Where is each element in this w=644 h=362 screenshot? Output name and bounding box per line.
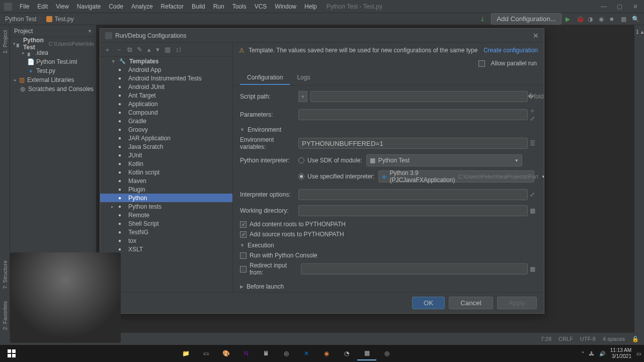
- template-item-testng[interactable]: ●TestNG: [100, 228, 232, 236]
- expand-icon[interactable]: ▸: [111, 204, 118, 209]
- browse-icon[interactable]: ▦: [528, 265, 537, 273]
- template-item-android-instrumented-tests[interactable]: ●Android Instrumented Tests: [100, 74, 232, 82]
- template-item-python[interactable]: ●Python: [100, 194, 232, 202]
- redirect-input-checkbox[interactable]: [240, 266, 247, 273]
- maximize-icon[interactable]: ▢: [617, 3, 624, 10]
- taskbar-chrome2-icon[interactable]: ◎: [377, 346, 396, 360]
- tree-external-libs[interactable]: ▸ ▥ External Libraries: [10, 75, 96, 84]
- template-item-tox[interactable]: ●tox: [100, 236, 232, 245]
- python-console-checkbox[interactable]: [240, 252, 247, 259]
- tray-volume-icon[interactable]: 🔊: [599, 351, 605, 356]
- remove-config-icon[interactable]: －: [116, 45, 122, 54]
- redirect-input-field[interactable]: [301, 263, 528, 275]
- taskbar-explorer-icon[interactable]: 📁: [176, 346, 195, 360]
- menu-window[interactable]: Window: [271, 2, 300, 12]
- template-item-kotlin-script[interactable]: ●Kotlin script: [100, 168, 232, 176]
- expand-icon[interactable]: ▸: [20, 50, 26, 55]
- copy-config-icon[interactable]: ⧉: [127, 46, 132, 54]
- tree-iml-file[interactable]: 📄 Python Test.iml: [10, 57, 96, 66]
- expand-icon[interactable]: ▾: [12, 41, 16, 46]
- template-item-gradle[interactable]: ●Gradle: [100, 117, 232, 125]
- template-item-python-tests[interactable]: ▸●Python tests: [100, 202, 232, 211]
- caret-position[interactable]: 7:28: [541, 336, 551, 342]
- folder-icon[interactable]: ▥: [165, 46, 171, 53]
- structure-tool-tab[interactable]: 7: Structure: [1, 257, 9, 292]
- expand-icon[interactable]: ▸: [12, 77, 18, 82]
- expand-icon[interactable]: ▾: [112, 59, 119, 64]
- breadcrumb-file[interactable]: Test.py: [54, 16, 73, 23]
- content-roots-checkbox[interactable]: [240, 221, 247, 228]
- template-item-compound[interactable]: ●Compound: [100, 108, 232, 117]
- add-config-icon[interactable]: ＋: [104, 45, 111, 54]
- template-item-xslt[interactable]: ●XSLT: [100, 245, 232, 253]
- taskbar-app-icon[interactable]: 🎨: [216, 346, 235, 360]
- interpreter-select[interactable]: ◆ Python 3.9 (PJCJavaFXApplication) C:\U…: [378, 170, 534, 183]
- template-item-plugin[interactable]: ●Plugin: [100, 185, 232, 194]
- template-item-application[interactable]: ●Application: [100, 100, 232, 108]
- taskbar-terminal-icon[interactable]: ▭: [196, 346, 215, 360]
- menu-refactor[interactable]: Refactor: [157, 2, 187, 12]
- template-item-groovy[interactable]: ●Groovy: [100, 125, 232, 134]
- template-item-java-scratch[interactable]: ●Java Scratch: [100, 142, 232, 151]
- menu-vcs[interactable]: VCS: [251, 2, 271, 12]
- env-vars-edit-icon[interactable]: ☰: [528, 140, 537, 147]
- execution-section-header[interactable]: ▼ Execution: [240, 242, 537, 249]
- close-icon[interactable]: ✕: [533, 32, 539, 40]
- taskbar-calculator-icon[interactable]: 🖩: [257, 346, 276, 360]
- run-icon[interactable]: ▶: [566, 16, 573, 23]
- template-item-remote[interactable]: ●Remote: [100, 211, 232, 219]
- readonly-toggle-icon[interactable]: 🔓: [632, 336, 639, 342]
- tree-root[interactable]: ▾ ▖ Python Test C:\Users\Peter\Ide: [10, 39, 96, 48]
- environment-section-header[interactable]: ▼ Environment: [240, 126, 537, 133]
- browse-icon[interactable]: �folders: [528, 93, 537, 100]
- tray-notifications-icon[interactable]: ▭: [636, 351, 641, 356]
- menu-edit[interactable]: Edit: [34, 2, 51, 12]
- menu-file[interactable]: File: [16, 2, 33, 12]
- minimize-icon[interactable]: —: [601, 3, 608, 10]
- tree-scratches[interactable]: ◎ Scratches and Consoles: [10, 84, 96, 94]
- apply-button[interactable]: Apply: [497, 297, 537, 309]
- allow-parallel-checkbox[interactable]: [478, 60, 485, 67]
- template-item-android-app[interactable]: ●Android App: [100, 65, 232, 74]
- sdk-module-select[interactable]: ▦ Python Test ▼: [366, 154, 522, 166]
- indent-info[interactable]: 4 spaces: [603, 336, 625, 342]
- menu-view[interactable]: View: [52, 2, 72, 12]
- coverage-icon[interactable]: ◑: [588, 16, 595, 23]
- menu-run[interactable]: Run: [210, 2, 228, 12]
- taskbar-obs-icon[interactable]: ◔: [337, 346, 356, 360]
- cancel-button[interactable]: Cancel: [449, 297, 493, 309]
- close-icon[interactable]: ✕: [633, 3, 640, 10]
- taskbar-onenote-icon[interactable]: N: [236, 346, 256, 360]
- taskbar-app2-icon[interactable]: ◉: [317, 346, 336, 360]
- taskbar-chrome-icon[interactable]: ◎: [277, 346, 296, 360]
- template-item-shell-script[interactable]: ●Shell Script: [100, 219, 232, 228]
- template-item-junit[interactable]: ●JUnit: [100, 151, 232, 159]
- taskbar-vscode-icon[interactable]: ✕: [297, 346, 316, 360]
- project-panel-header[interactable]: Project ▼: [10, 25, 96, 37]
- file-encoding[interactable]: UTF-8: [580, 336, 596, 342]
- templates-header[interactable]: ▾ 🔧 Templates: [100, 57, 232, 65]
- taskbar-intellij-icon[interactable]: ▦: [357, 346, 376, 360]
- project-structure-icon[interactable]: ▦: [621, 16, 628, 23]
- tray-clock[interactable]: 11:13 AM 3/1/2021: [610, 347, 631, 359]
- tray-network-icon[interactable]: 🖧: [589, 351, 594, 356]
- template-item-maven[interactable]: ●Maven: [100, 176, 232, 185]
- ok-button[interactable]: OK: [412, 297, 445, 309]
- template-item-android-junit[interactable]: ●Android JUnit: [100, 82, 232, 91]
- move-down-icon[interactable]: ▾: [156, 46, 159, 53]
- menu-navigate[interactable]: Navigate: [73, 2, 104, 12]
- before-launch-section-header[interactable]: ▶ Before launch: [240, 283, 537, 290]
- move-up-icon[interactable]: ▴: [147, 46, 151, 53]
- menu-tools[interactable]: Tools: [229, 2, 250, 12]
- build-icon[interactable]: ⤓: [480, 16, 487, 23]
- env-vars-input[interactable]: [298, 138, 528, 149]
- expand-icon[interactable]: ＋ ⤢: [528, 107, 537, 122]
- script-path-dropdown[interactable]: ▼: [298, 91, 307, 102]
- search-icon[interactable]: 🔍: [632, 16, 639, 23]
- use-specified-radio[interactable]: [298, 173, 304, 179]
- dialog-titlebar[interactable]: Run/Debug Configurations ✕: [100, 29, 544, 43]
- weak-warning-icon[interactable]: ▲: [640, 29, 645, 35]
- create-configuration-link[interactable]: Create configuration: [484, 47, 538, 54]
- menu-build[interactable]: Build: [188, 2, 209, 12]
- debug-icon[interactable]: 🐞: [577, 16, 584, 23]
